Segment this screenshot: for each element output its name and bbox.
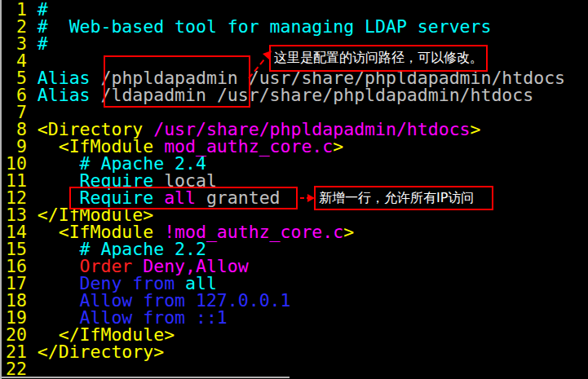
code-line: 18 Allow from 127.0.0.1 — [6, 292, 588, 309]
code-token: > — [343, 222, 354, 242]
code-line: 11 Require local — [6, 172, 588, 189]
line-number: 20 — [6, 326, 27, 343]
annotation-path-note-text: 这里是配置的访问路径，可以修改。 — [274, 50, 483, 67]
annotation-require-note: 新增一行，允许所有IP访问 — [314, 186, 493, 210]
code-line: 2# Web-based tool for managing LDAP serv… — [6, 18, 588, 35]
code-line: 21</Directory> — [6, 343, 588, 360]
line-number: 13 — [6, 206, 27, 223]
line-number: 8 — [6, 121, 27, 138]
code-line: 14 <IfModule !mod_authz_core.c> — [6, 223, 588, 240]
line-number: 4 — [6, 52, 27, 69]
code-line: 7 — [6, 104, 588, 121]
line-number: 12 — [6, 189, 27, 206]
line-number: 7 — [6, 104, 27, 121]
code-token: > — [333, 136, 343, 156]
line-number: 6 — [6, 86, 27, 104]
code-token: # — [38, 33, 48, 54]
code-line: 15 # Apache 2.2 — [6, 240, 588, 258]
code-line: 22 — [6, 360, 588, 377]
code-line: 8<Directory /usr/share/phpldapadmin/htdo… — [6, 121, 588, 138]
line-number: 2 — [6, 18, 27, 35]
line-number: 22 — [6, 360, 27, 377]
terminal-window: 1#2# Web-based tool for managing LDAP se… — [0, 0, 588, 379]
code-token: all — [153, 187, 196, 208]
code-line: 6Alias /ldapadmin /usr/share/phpldapadmi… — [6, 86, 588, 104]
window-bottom-border — [0, 377, 290, 378]
annotation-path-note: 这里是配置的访问路径，可以修改。 — [269, 45, 488, 72]
line-number: 3 — [6, 35, 27, 52]
code-token: /ldapadmin /usr/share/phpldapadmin/htdoc… — [91, 85, 534, 105]
code-line: 9 <IfModule mod_authz_core.c> — [6, 138, 588, 155]
line-number: 19 — [6, 309, 27, 326]
window-left-border — [0, 0, 2, 379]
line-number: 5 — [6, 69, 27, 86]
code-line: 5Alias /phpldapadmin /usr/share/phpldapa… — [6, 69, 588, 86]
code-line: 10 # Apache 2.4 — [6, 155, 588, 172]
line-number: 10 — [6, 155, 27, 172]
code-line: 20 </IfModule> — [6, 326, 588, 343]
code-line: 16 Order Deny,Allow — [6, 258, 588, 275]
line-number: 1 — [6, 1, 27, 18]
annotation-require-note-text: 新增一行，允许所有IP访问 — [319, 190, 474, 207]
code-line: 17 Deny from all — [6, 275, 588, 292]
code-line: 19 Allow from ::1 — [6, 309, 588, 326]
line-number: 17 — [6, 275, 27, 292]
line-number: 18 — [6, 292, 27, 309]
code-line: 1# — [6, 1, 588, 18]
line-number: 9 — [6, 138, 27, 155]
code-token: > — [471, 119, 481, 139]
code-token: granted — [196, 187, 281, 208]
code-line: 12 Require all granted — [6, 189, 588, 206]
code-token: # Web-based tool for managing LDAP serve… — [38, 16, 492, 37]
line-number: 15 — [6, 240, 27, 258]
line-number: 14 — [6, 223, 27, 240]
line-number: 16 — [6, 258, 27, 275]
line-number: 21 — [6, 343, 27, 360]
line-number: 11 — [6, 172, 27, 189]
code-token: Alias — [38, 85, 91, 105]
code-token: </Directory> — [38, 342, 164, 362]
code-line: 13</IfModule> — [6, 206, 588, 223]
